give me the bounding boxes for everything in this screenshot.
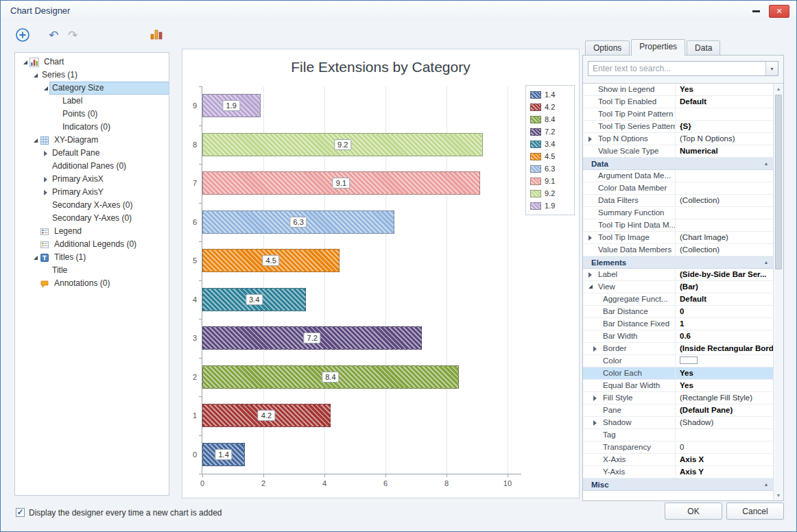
tree-item-additional-panes-0[interactable]: Additional Panes (0) [15,160,169,173]
collapsed-icon[interactable] [593,420,597,426]
collapsed-icon[interactable] [588,235,592,241]
collapse-icon[interactable]: ▴ [765,481,768,487]
property-row-bar-distance-fixed[interactable]: Bar Distance Fixed1 [583,318,773,330]
search-dropdown-button[interactable]: ▼ [765,62,778,75]
property-row-color-each[interactable]: Color EachYes [583,367,773,380]
legend-item[interactable]: 6.3 [530,162,574,175]
collapse-icon[interactable]: ▴ [765,259,768,265]
scrollbar-thumb[interactable] [775,95,782,269]
tree-item-annotations-0[interactable]: Annotations (0) [15,277,169,290]
property-search-input[interactable] [588,62,764,75]
category-elements[interactable]: Elements▴ [583,256,773,269]
ok-button[interactable]: OK [665,503,722,520]
property-row-y-axis[interactable]: Y-AxisAxis Y [583,466,773,479]
chart-legend[interactable]: 1.44.28.47.23.44.56.39.19.21.9 [525,85,575,215]
property-row-tool-tip-point-pattern[interactable]: Tool Tip Point Pattern [583,108,773,121]
category-misc[interactable]: Misc▴ [583,479,773,491]
property-row-x-axis[interactable]: X-AxisAxis X [583,454,773,466]
property-row-value-data-members[interactable]: Value Data Members(Collection) [583,244,773,256]
legend-item[interactable]: 1.9 [530,200,574,212]
tree-item-points-0[interactable]: Points (0) [15,108,169,121]
legend-item[interactable]: 1.4 [530,88,574,101]
property-row-value-scale-type[interactable]: Value Scale TypeNumerical [583,145,773,158]
property-row-view[interactable]: View(Bar) [583,281,773,293]
expanded-icon[interactable] [588,285,593,289]
close-button[interactable]: ✕ [769,5,789,18]
scroll-down-icon[interactable]: ▼ [774,490,783,500]
property-value: 0 [676,442,773,453]
legend-item[interactable]: 8.4 [530,113,574,125]
property-row-bar-width[interactable]: Bar Width0.6 [583,330,773,343]
x-axis-label: 0 [200,479,204,487]
tab-options[interactable]: Options [585,40,630,56]
titlebar[interactable]: Chart Designer ✕ [1,1,796,21]
tree-item-label: Indicators (0) [60,121,169,133]
legend-item[interactable]: 3.4 [530,138,574,150]
tree-item-titles-1[interactable]: Titles (1) [15,251,169,264]
collapse-icon[interactable]: ▴ [765,160,768,167]
cancel-button[interactable]: Cancel [726,503,784,520]
property-row-top-n-options[interactable]: Top N Options(Top N Options) [583,133,773,145]
tree-item-primary-axisx[interactable]: Primary AxisX [15,173,169,186]
collapsed-icon[interactable] [593,346,597,352]
palette-button[interactable] [150,28,163,43]
property-value: Yes [676,84,773,95]
tab-data[interactable]: Data [687,40,720,56]
property-name: Summary Function [583,207,676,219]
property-row-summary-function[interactable]: Summary Function [583,207,773,219]
property-row-tool-tip-hint-data-m[interactable]: Tool Tip Hint Data M... [583,219,773,232]
property-row-aggregate-funct[interactable]: Aggregate Funct...Default [583,293,773,306]
collapsed-icon[interactable] [588,272,592,278]
property-row-color[interactable]: Color [583,355,773,367]
property-row-argument-data-me[interactable]: Argument Data Me... [583,170,773,182]
tree-item-xy-diagram[interactable]: XY-Diagram [15,134,169,147]
tree-item-chart[interactable]: Chart [15,56,169,69]
property-row-tool-tip-image[interactable]: Tool Tip Image(Chart Image) [583,232,773,244]
legend-item[interactable]: 7.2 [530,125,574,138]
collapsed-icon [41,177,50,182]
tree-item-default-pane[interactable]: Default Pane [15,147,169,160]
tree-item-legend[interactable]: Legend [15,225,169,238]
property-row-color-data-member[interactable]: Color Data Member [583,182,773,195]
property-row-shadow[interactable]: Shadow(Shadow) [583,417,773,429]
property-row-fill-style[interactable]: Fill Style(Rectangle Fill Style) [583,392,773,404]
property-row-data-filters[interactable]: Data Filters(Collection) [583,195,773,207]
category-data[interactable]: Data▴ [583,158,773,170]
property-row-border[interactable]: Border(Inside Rectangular Bord... [583,343,773,355]
legend-item[interactable]: 9.1 [530,175,574,187]
tree-item-additional-legends-0[interactable]: Additional Legends (0) [15,238,169,251]
tree-item-secondary-x-axes-0[interactable]: Secondary X-Axes (0) [15,199,169,212]
show-designer-checkbox[interactable]: ✓ [16,508,25,517]
bar-value-label: 1.9 [223,100,240,111]
legend-item[interactable]: 4.5 [530,150,574,162]
legend-item[interactable]: 9.2 [530,187,574,200]
tree-item-indicators-0[interactable]: Indicators (0) [15,121,169,134]
color-swatch[interactable] [680,356,698,364]
tree-item-primary-axisy[interactable]: Primary AxisY [15,186,169,199]
property-row-show-in-legend[interactable]: Show in LegendYes [583,84,773,96]
minimize-button[interactable] [747,5,765,18]
x-axis-label: 10 [503,479,512,487]
tree-item-label[interactable]: Label [15,95,169,108]
property-row-pane[interactable]: Pane(Default Pane) [583,404,773,417]
redo-button[interactable]: ↷ [68,28,78,43]
property-row-equal-bar-width[interactable]: Equal Bar WidthYes [583,380,773,392]
property-row-label[interactable]: Label(Side-by-Side Bar Ser... [583,269,773,281]
collapsed-icon[interactable] [593,396,597,401]
undo-button[interactable]: ↶ [49,28,58,43]
property-grid-scrollbar[interactable]: ▲ ▼ [773,84,783,500]
tree-item-title[interactable]: Title [15,264,169,277]
property-row-tool-tip-enabled[interactable]: Tool Tip EnabledDefault [583,96,773,108]
collapsed-icon[interactable] [588,136,592,142]
property-row-bar-distance[interactable]: Bar Distance0 [583,306,773,318]
tab-properties[interactable]: Properties [631,39,685,56]
tree-item-series-1[interactable]: Series (1) [15,69,169,82]
property-row-transparency[interactable]: Transparency0 [583,442,773,454]
property-row-tool-tip-series-pattern[interactable]: Tool Tip Series Pattern{S} [583,121,773,133]
add-chart-element-button[interactable] [14,27,31,43]
property-row-tag[interactable]: Tag [583,429,773,442]
tree-item-category-size[interactable]: Category Size [15,82,169,95]
tree-item-secondary-y-axes-0[interactable]: Secondary Y-Axes (0) [15,212,169,225]
legend-item[interactable]: 4.2 [530,101,574,113]
scroll-up-icon[interactable]: ▲ [774,84,783,94]
